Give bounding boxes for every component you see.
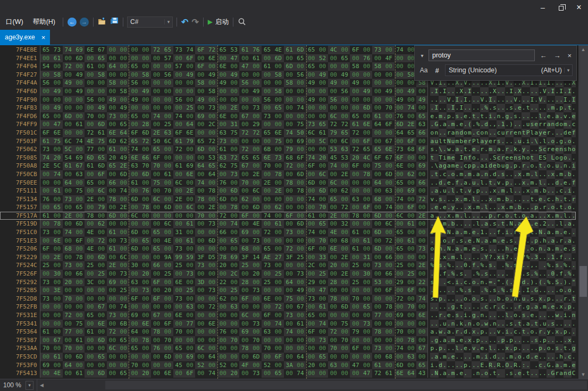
ascii-char[interactable]: . bbox=[442, 212, 447, 220]
hex-byte[interactable]: 4C bbox=[328, 46, 339, 54]
hex-byte[interactable]: 00 bbox=[394, 336, 406, 345]
hex-byte[interactable]: 20 bbox=[328, 261, 339, 270]
hex-byte[interactable]: 6F bbox=[306, 162, 317, 170]
hex-byte[interactable]: 00 bbox=[162, 96, 173, 104]
ascii-char[interactable]: P bbox=[472, 137, 476, 146]
hex-byte[interactable]: 00 bbox=[339, 361, 350, 370]
ascii-char[interactable]: o bbox=[517, 353, 522, 361]
ascii-char[interactable]: r bbox=[547, 129, 551, 137]
ascii-char[interactable]: . bbox=[467, 295, 472, 303]
ascii-char[interactable]: s bbox=[555, 344, 559, 353]
ascii-char[interactable]: . bbox=[497, 120, 501, 129]
hex-byte[interactable]: 00 bbox=[295, 336, 306, 345]
hex-byte[interactable]: 6D bbox=[107, 212, 118, 220]
ascii-char[interactable]: . bbox=[559, 361, 564, 370]
hex-byte[interactable]: 69 bbox=[184, 162, 195, 170]
hex-byte[interactable]: 00 bbox=[328, 54, 339, 63]
ascii-char[interactable]: p bbox=[534, 237, 539, 245]
ascii-char[interactable]: . bbox=[447, 170, 451, 179]
hex-byte[interactable]: 99 bbox=[173, 253, 184, 262]
hex-row[interactable]: 7F53AA7000700000006C006500760065006C0000… bbox=[0, 344, 576, 353]
hex-byte[interactable]: 00 bbox=[416, 228, 427, 237]
hex-row[interactable]: 7F53646100770061007200640078007000000076… bbox=[0, 328, 576, 336]
ascii-char[interactable]: . bbox=[497, 187, 501, 195]
hex-byte[interactable]: 74 bbox=[118, 303, 129, 311]
hex-byte[interactable]: 00 bbox=[63, 96, 74, 104]
ascii-char[interactable]: . bbox=[455, 295, 459, 303]
hex-byte[interactable]: 64 bbox=[63, 361, 74, 370]
hex-byte[interactable]: 65 bbox=[96, 154, 107, 162]
hex-byte[interactable]: 00 bbox=[405, 212, 416, 220]
ascii-char[interactable]: . bbox=[530, 336, 534, 345]
hex-byte[interactable]: 61 bbox=[107, 245, 118, 253]
hex-byte[interactable]: 00 bbox=[118, 295, 129, 303]
hex-byte[interactable]: 00 bbox=[129, 104, 140, 112]
hex-byte[interactable]: 6D bbox=[306, 179, 317, 187]
ascii-char[interactable]: . bbox=[447, 295, 451, 303]
ascii-char[interactable]: . bbox=[542, 361, 547, 370]
hex-byte[interactable]: 00 bbox=[262, 270, 273, 278]
hex-byte[interactable]: 00 bbox=[372, 237, 383, 245]
ascii-char[interactable]: I bbox=[459, 154, 464, 162]
hex-byte[interactable]: 70 bbox=[63, 295, 74, 303]
hex-byte[interactable]: 66 bbox=[107, 179, 118, 187]
hex-byte[interactable]: 00 bbox=[40, 104, 52, 112]
hex-byte[interactable]: 4C bbox=[361, 154, 372, 162]
ascii-char[interactable]: . bbox=[480, 195, 484, 204]
ascii-char[interactable]: . bbox=[439, 96, 443, 104]
hex-byte[interactable]: 25 bbox=[262, 278, 273, 287]
hex-byte[interactable]: 67 bbox=[383, 154, 394, 162]
hex-byte[interactable]: 73 bbox=[40, 145, 52, 154]
hex-row[interactable]: 7F5292730020003C00690063006F006E003D0022… bbox=[0, 278, 576, 287]
hex-byte[interactable]: 2E bbox=[339, 253, 350, 262]
ascii-char[interactable]: t bbox=[526, 369, 530, 378]
hex-byte[interactable]: 75 bbox=[229, 129, 240, 137]
hex-byte[interactable]: 52 bbox=[217, 361, 229, 370]
hex-byte[interactable]: 25 bbox=[405, 270, 416, 278]
hex-byte[interactable]: 74 bbox=[118, 187, 129, 195]
hex-byte[interactable]: 6D bbox=[195, 145, 206, 154]
hex-byte[interactable]: 00 bbox=[383, 261, 394, 270]
hex-byte[interactable]: 00 bbox=[328, 253, 339, 262]
hex-byte[interactable]: 73 bbox=[184, 270, 195, 278]
hex-byte[interactable]: 74 bbox=[306, 154, 317, 162]
hex-byte[interactable]: 65 bbox=[416, 112, 427, 121]
ascii-char[interactable]: m bbox=[555, 245, 559, 253]
hex-byte[interactable]: 6D bbox=[73, 220, 85, 228]
hex-byte[interactable]: 66 bbox=[416, 129, 427, 137]
ascii-char[interactable]: a bbox=[442, 369, 447, 378]
hex-byte[interactable]: 00 bbox=[184, 228, 195, 237]
hex-byte[interactable]: 00 bbox=[262, 120, 273, 129]
hex-byte[interactable]: 00 bbox=[383, 328, 394, 336]
hex-byte[interactable]: 73 bbox=[250, 286, 262, 295]
hex-byte[interactable]: 00 bbox=[96, 311, 107, 320]
hex-byte[interactable]: 73 bbox=[262, 261, 273, 270]
ascii-char[interactable]: . bbox=[484, 278, 489, 287]
hex-byte[interactable]: 79 bbox=[96, 203, 107, 212]
ascii-char[interactable]: . bbox=[442, 261, 447, 270]
hex-byte[interactable]: 67 bbox=[96, 303, 107, 311]
ascii-char[interactable]: . bbox=[480, 353, 484, 361]
ascii-char[interactable]: . bbox=[564, 336, 568, 345]
ascii-char[interactable]: . bbox=[472, 203, 476, 212]
hex-byte[interactable]: 00 bbox=[383, 195, 394, 204]
hex-byte[interactable]: 00 bbox=[416, 336, 427, 345]
ascii-char[interactable]: . bbox=[542, 278, 547, 287]
row-address[interactable]: 7F4EE1 bbox=[0, 54, 40, 63]
hex-byte[interactable]: 00 bbox=[229, 295, 240, 303]
ascii-char[interactable]: . bbox=[430, 162, 434, 170]
hex-byte[interactable]: 00 bbox=[129, 87, 140, 96]
ascii-char[interactable]: . bbox=[459, 278, 464, 287]
hex-byte[interactable]: 64 bbox=[394, 129, 406, 137]
ascii-char[interactable]: % bbox=[505, 261, 509, 270]
hex-byte[interactable]: 2E bbox=[273, 187, 284, 195]
hex-byte[interactable]: 00 bbox=[239, 270, 250, 278]
ascii-char[interactable]: . bbox=[522, 237, 526, 245]
hex-byte[interactable]: 00 bbox=[118, 179, 129, 187]
ascii-char[interactable]: . bbox=[455, 203, 459, 212]
ascii-char[interactable]: . bbox=[455, 336, 459, 345]
hex-byte[interactable]: 6C bbox=[328, 112, 339, 121]
hex-byte[interactable]: 00 bbox=[184, 179, 195, 187]
ascii-char[interactable]: . bbox=[484, 145, 489, 154]
menu-item-help[interactable]: 帮助(H) bbox=[28, 16, 60, 28]
